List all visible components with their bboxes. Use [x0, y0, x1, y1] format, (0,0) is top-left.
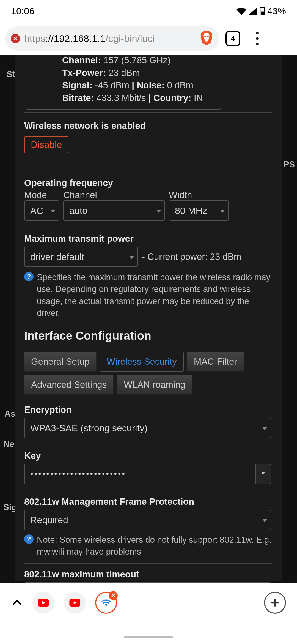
chevron-down-icon: [220, 210, 225, 213]
radio-status-panel: Channel: 157 (5.785 GHz) Tx-Power: 23 dB…: [26, 55, 221, 110]
encryption-label: Encryption: [24, 405, 272, 415]
svg-point-5: [207, 36, 209, 37]
tab-switcher-button[interactable]: 4: [226, 31, 240, 46]
bg-text: St: [7, 69, 15, 79]
wifi-icon: [237, 7, 246, 15]
svg-point-8: [105, 604, 107, 606]
mfp-label: 802.11w Management Frame Protection: [24, 496, 272, 507]
cell-signal-icon: [249, 7, 257, 15]
tab-wireless-security[interactable]: Wireless Security: [100, 352, 184, 372]
channel-select[interactable]: auto: [63, 200, 165, 221]
disable-wireless-button[interactable]: Disable: [24, 136, 68, 153]
svg-point-4: [204, 36, 206, 37]
timeout-label: 802.11w maximum timeout: [24, 569, 272, 580]
tab-shelf: ✕: [0, 583, 297, 644]
width-label: Width: [169, 190, 229, 200]
tx-power-hint: Specifies the maximum transmit power the…: [37, 271, 272, 319]
info-icon: ?: [24, 272, 34, 281]
mode-label: Mode: [24, 190, 59, 200]
chevron-down-icon: [129, 256, 134, 259]
encryption-select[interactable]: WPA3-SAE (strong security): [24, 418, 271, 438]
battery-icon: [260, 7, 265, 15]
tab-wlan-roaming[interactable]: WLAN roaming: [117, 375, 192, 395]
interface-config-title: Interface Configuration: [24, 329, 272, 342]
tab-general-setup[interactable]: General Setup: [24, 352, 97, 372]
mode-select[interactable]: AC: [24, 200, 59, 221]
key-label: Key: [24, 451, 272, 461]
shelf-tab-youtube[interactable]: [64, 592, 86, 614]
bg-text: As: [4, 409, 15, 419]
channel-label: Channel: [63, 190, 165, 200]
tab-advanced-settings[interactable]: Advanced Settings: [24, 375, 114, 395]
tx-power-select[interactable]: driver default: [24, 247, 138, 267]
max-tx-power-title: Maximum transmit power: [24, 233, 272, 244]
key-input[interactable]: ••••••••••••••••••••••••: [24, 464, 256, 484]
svg-rect-2: [261, 12, 264, 15]
current-tx-power: - Current power: 23 dBm: [142, 252, 241, 262]
insecure-icon: [10, 34, 20, 43]
webpage-viewport[interactable]: St PS As Ne Sig Channel: 157 (5.785 GHz)…: [0, 55, 297, 583]
mfp-hint: Note: Some wireless drivers do not fully…: [37, 534, 272, 558]
browser-menu-button[interactable]: [252, 32, 263, 45]
chevron-down-icon: [156, 210, 161, 213]
chevron-down-icon: [262, 519, 267, 522]
chevron-down-icon: [262, 427, 267, 430]
home-indicator[interactable]: [124, 636, 173, 638]
youtube-icon: [38, 599, 49, 607]
url-text: https://192.168.1.1/cgi-bin/luci: [24, 33, 155, 44]
shelf-tab-current[interactable]: ✕: [95, 592, 117, 614]
youtube-icon: [69, 599, 80, 607]
shelf-expand-icon[interactable]: [11, 597, 23, 609]
bg-text: Ne: [3, 439, 14, 449]
bg-text: Sig: [3, 503, 16, 512]
reveal-password-button[interactable]: *: [256, 464, 271, 484]
url-bar[interactable]: https://192.168.1.1/cgi-bin/luci: [5, 26, 219, 51]
brave-icon[interactable]: [199, 30, 214, 47]
new-tab-button[interactable]: [264, 592, 286, 614]
mfp-select[interactable]: Required: [24, 510, 271, 530]
android-status-bar: 10:06 43%: [0, 0, 297, 22]
wifi-icon: [101, 598, 112, 607]
info-icon: ?: [24, 534, 34, 544]
shelf-tab-youtube[interactable]: [32, 592, 54, 614]
battery-percent: 43%: [267, 6, 286, 17]
svg-rect-1: [262, 7, 263, 8]
bg-text: PS: [284, 160, 295, 170]
chevron-down-icon: [51, 210, 56, 213]
wireless-status-label: Wireless network is enabled: [24, 121, 146, 131]
operating-frequency-title: Operating frequency: [24, 178, 272, 188]
close-tab-button[interactable]: ✕: [109, 591, 118, 600]
plus-icon: [270, 598, 280, 608]
width-select[interactable]: 80 MHz: [169, 200, 229, 221]
clock: 10:06: [11, 6, 34, 17]
tab-mac-filter[interactable]: MAC-Filter: [187, 352, 244, 372]
browser-toolbar: https://192.168.1.1/cgi-bin/luci 4: [0, 22, 297, 55]
